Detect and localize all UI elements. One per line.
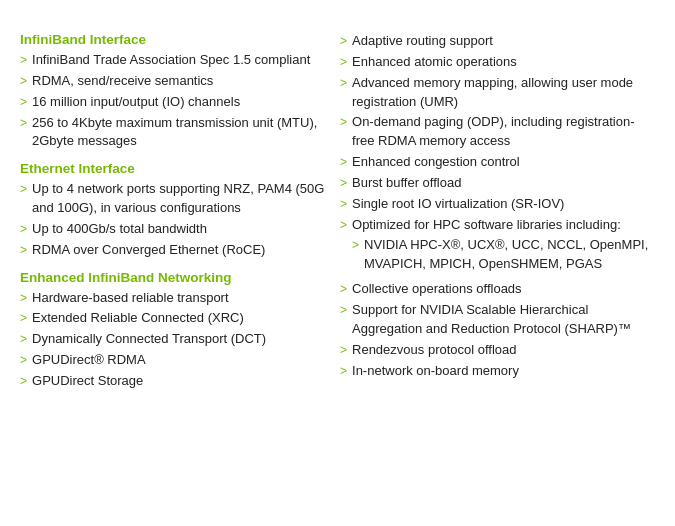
bullet-arrow-icon: > <box>340 175 347 192</box>
list-item: >On-demand paging (ODP), including regis… <box>340 113 655 151</box>
list-item: >In-network on-board memory <box>340 362 655 381</box>
bullet-arrow-icon: > <box>340 54 347 71</box>
list-item-text: Up to 4 network ports supporting NRZ, PA… <box>32 180 330 218</box>
features-columns: InfiniBand Interface>InfiniBand Trade As… <box>20 32 655 395</box>
list-item-text: Burst buffer offload <box>352 174 461 193</box>
list-item-text: Up to 400Gb/s total bandwidth <box>32 220 330 239</box>
bullet-list: >InfiniBand Trade Association Spec 1.5 c… <box>20 51 330 151</box>
list-item-text: Hardware-based reliable transport <box>32 289 330 308</box>
list-item-text: RDMA over Converged Ethernet (RoCE) <box>32 241 330 260</box>
bullet-arrow-icon: > <box>20 242 27 259</box>
bullet-arrow-icon: > <box>20 94 27 111</box>
right-bullet-list: >Adaptive routing support>Enhanced atomi… <box>340 32 655 380</box>
list-item: >Single root IO virtualization (SR-IOV) <box>340 195 655 214</box>
bullet-arrow-icon: > <box>20 115 27 132</box>
sub-bullet-list: >NVIDIA HPC-X®, UCX®, UCC, NCCL, OpenMPI… <box>352 236 655 276</box>
bullet-arrow-icon: > <box>340 302 347 319</box>
list-item: >Advanced memory mapping, allowing user … <box>340 74 655 112</box>
list-item: >Extended Reliable Connected (XRC) <box>20 309 330 328</box>
list-item: >256 to 4Kbyte maximum transmission unit… <box>20 114 330 152</box>
section-heading: Ethernet Interface <box>20 161 330 176</box>
bullet-arrow-icon: > <box>340 33 347 50</box>
bullet-arrow-icon: > <box>340 196 347 213</box>
bullet-arrow-icon: > <box>20 73 27 90</box>
list-item-text: Collective operations offloads <box>352 280 522 299</box>
section-heading: Enhanced InfiniBand Networking <box>20 270 330 285</box>
list-item: >Optimized for HPC software libraries in… <box>340 216 655 279</box>
bullet-arrow-icon: > <box>20 221 27 238</box>
bullet-arrow-icon: > <box>340 342 347 359</box>
list-item-text: Enhanced congestion control <box>352 153 520 172</box>
list-item: >16 million input/output (IO) channels <box>20 93 330 112</box>
bullet-arrow-icon: > <box>20 373 27 390</box>
list-item-text: Adaptive routing support <box>352 32 493 51</box>
sub-list-item: >NVIDIA HPC-X®, UCX®, UCC, NCCL, OpenMPI… <box>352 236 655 274</box>
page-container: InfiniBand Interface>InfiniBand Trade As… <box>20 32 655 395</box>
bullet-arrow-icon: > <box>340 217 347 234</box>
bullet-list: >Hardware-based reliable transport>Exten… <box>20 289 330 391</box>
list-item-text: Optimized for HPC software libraries inc… <box>352 216 621 235</box>
bullet-arrow-icon: > <box>340 281 347 298</box>
list-item: >GPUDirect Storage <box>20 372 330 391</box>
list-item: >Dynamically Connected Transport (DCT) <box>20 330 330 349</box>
right-column: >Adaptive routing support>Enhanced atomi… <box>340 32 655 395</box>
list-item-text: GPUDirect® RDMA <box>32 351 330 370</box>
list-item: >Up to 4 network ports supporting NRZ, P… <box>20 180 330 218</box>
list-item-text: InfiniBand Trade Association Spec 1.5 co… <box>32 51 330 70</box>
list-item-text: Rendezvous protocol offload <box>352 341 517 360</box>
list-item-text: Single root IO virtualization (SR-IOV) <box>352 195 564 214</box>
bullet-arrow-icon: > <box>340 114 347 131</box>
list-item-text: 256 to 4Kbyte maximum transmission unit … <box>32 114 330 152</box>
bullet-arrow-icon: > <box>340 75 347 92</box>
bullet-arrow-icon: > <box>20 181 27 198</box>
list-item: >Burst buffer offload <box>340 174 655 193</box>
list-item: >Enhanced congestion control <box>340 153 655 172</box>
list-item: >Enhanced atomic operations <box>340 53 655 72</box>
list-item-text: Enhanced atomic operations <box>352 53 517 72</box>
sub-bullet-arrow-icon: > <box>352 237 359 254</box>
bullet-arrow-icon: > <box>20 352 27 369</box>
bullet-arrow-icon: > <box>340 363 347 380</box>
list-item-text: Support for NVIDIA Scalable Hierarchical… <box>352 301 655 339</box>
list-item: >InfiniBand Trade Association Spec 1.5 c… <box>20 51 330 70</box>
list-item-text: GPUDirect Storage <box>32 372 330 391</box>
bullet-arrow-icon: > <box>340 154 347 171</box>
list-item: >Collective operations offloads <box>340 280 655 299</box>
list-item: >RDMA, send/receive semantics <box>20 72 330 91</box>
list-item: >Adaptive routing support <box>340 32 655 51</box>
list-item-text: On-demand paging (ODP), including regist… <box>352 113 655 151</box>
left-column: InfiniBand Interface>InfiniBand Trade As… <box>20 32 330 395</box>
bullet-arrow-icon: > <box>20 52 27 69</box>
list-item-text: 16 million input/output (IO) channels <box>32 93 330 112</box>
list-item-text: In-network on-board memory <box>352 362 519 381</box>
list-item-text: Dynamically Connected Transport (DCT) <box>32 330 330 349</box>
bullet-arrow-icon: > <box>20 290 27 307</box>
sub-list-item-text: NVIDIA HPC-X®, UCX®, UCC, NCCL, OpenMPI,… <box>364 236 655 274</box>
list-item: >Hardware-based reliable transport <box>20 289 330 308</box>
list-item-text: RDMA, send/receive semantics <box>32 72 330 91</box>
list-item: >Rendezvous protocol offload <box>340 341 655 360</box>
bullet-arrow-icon: > <box>20 331 27 348</box>
bullet-list: >Up to 4 network ports supporting NRZ, P… <box>20 180 330 259</box>
list-item: >Support for NVIDIA Scalable Hierarchica… <box>340 301 655 339</box>
section-heading: InfiniBand Interface <box>20 32 330 47</box>
list-item: >Up to 400Gb/s total bandwidth <box>20 220 330 239</box>
bullet-arrow-icon: > <box>20 310 27 327</box>
list-item-text: Extended Reliable Connected (XRC) <box>32 309 330 328</box>
list-item: >RDMA over Converged Ethernet (RoCE) <box>20 241 330 260</box>
list-item: >GPUDirect® RDMA <box>20 351 330 370</box>
list-item-text: Advanced memory mapping, allowing user m… <box>352 74 655 112</box>
